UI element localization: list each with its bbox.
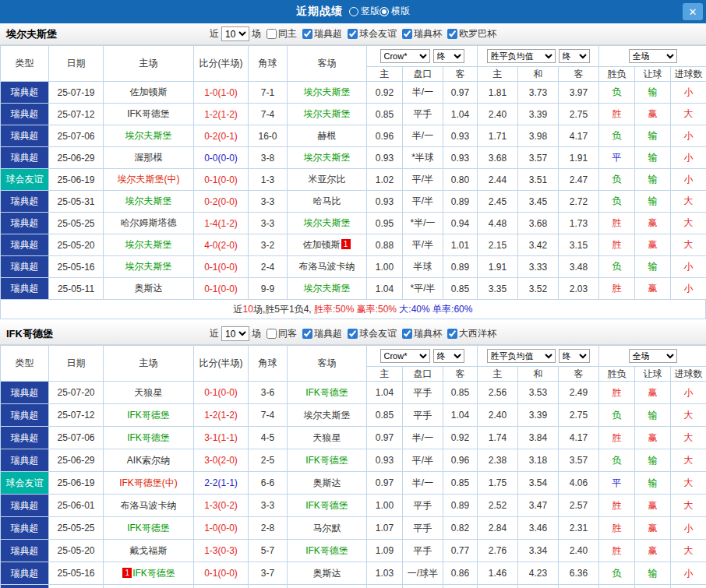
cell-home-team: 埃尔夫斯堡	[104, 234, 194, 256]
cell-score: 1-4(1-2)	[194, 213, 249, 234]
col-header-home: 主场	[104, 346, 194, 382]
europe-final-select[interactable]: 终	[559, 49, 590, 63]
team-text: 埃尔夫斯堡	[125, 261, 172, 272]
cell-asia-away-odds: 0.82	[443, 517, 478, 540]
cell-handicap-result: 输	[635, 449, 671, 472]
league-filter-1-checkbox[interactable]	[348, 29, 358, 39]
league-filter-3-checkbox[interactable]	[447, 329, 457, 339]
section-filterbar: 埃尔夫斯堡近10场同主瑞典超球会友谊瑞典杯欧罗巴杯	[0, 23, 706, 45]
cell-asia-away-odds: 0.85	[443, 382, 478, 404]
cell-europe-home-odds: 4.48	[478, 213, 518, 234]
cell-away-team: 埃尔夫斯堡	[288, 82, 367, 104]
cell-corners: 4-5	[249, 427, 288, 449]
scope-select[interactable]: 全场	[629, 49, 677, 63]
cell-corners: 7-4	[249, 104, 288, 125]
cell-date: 25-05-25	[49, 213, 104, 234]
league-filter-3[interactable]: 大西洋杯	[447, 327, 496, 340]
col-header-date: 日期	[49, 346, 104, 382]
league-filter-1[interactable]: 球会友谊	[348, 327, 397, 340]
cell-europe-draw-odds: 3.18	[518, 449, 559, 472]
cell-score: 3-1(1-1)	[194, 427, 249, 449]
league-filter-3-checkbox[interactable]	[447, 29, 457, 39]
games-label: 场	[252, 327, 261, 340]
cell-date: 25-05-13	[49, 585, 104, 588]
cell-handicap-result: 输	[635, 472, 671, 495]
summary-part: 单率:60%	[430, 303, 473, 316]
league-filter-0-checkbox[interactable]	[302, 29, 312, 39]
team-text: IFK哥德堡	[127, 410, 170, 421]
same-venue-filter-checkbox[interactable]	[267, 329, 277, 339]
cell-europe-away-odds: 1.91	[559, 147, 599, 169]
europe-avg-select[interactable]: 胜平负均值	[487, 49, 556, 63]
cell-result: 平	[599, 147, 635, 169]
asia-final-select[interactable]: 终	[433, 49, 464, 63]
cell-handicap-result: 赢	[635, 540, 671, 562]
league-filter-0[interactable]: 瑞典超	[302, 327, 342, 340]
cell-asia-away-odds: 0.94	[443, 213, 478, 234]
match-row: 瑞典超25-07-20天狼星0-1(0-0)3-6IFK哥德堡1.04平手0.8…	[1, 382, 706, 404]
team-text: 埃尔夫斯堡(中)	[118, 174, 180, 185]
league-filter-0-checkbox[interactable]	[302, 329, 312, 339]
league-filter-1-checkbox[interactable]	[348, 329, 358, 339]
same-venue-filter[interactable]: 同主	[267, 27, 297, 40]
asia-company-select[interactable]: Crow*	[380, 349, 430, 363]
cell-europe-away-odds: 3.48	[559, 256, 599, 278]
cell-asia-handicap: 半/一	[403, 125, 443, 147]
cell-europe-draw-odds: 3.73	[518, 82, 559, 104]
league-filter-2[interactable]: 瑞典杯	[402, 327, 442, 340]
asia-sub-header-0: 主	[367, 367, 403, 382]
same-venue-filter[interactable]: 同客	[267, 327, 297, 340]
cell-league-type: 瑞典超	[1, 449, 49, 472]
cell-goals-result: 小	[671, 278, 706, 300]
same-venue-filter-checkbox[interactable]	[267, 29, 277, 39]
cell-away-team: 埃尔夫斯堡	[288, 147, 367, 169]
league-filter-2[interactable]: 瑞典杯	[402, 27, 442, 40]
cell-europe-home-odds: 1.91	[478, 256, 518, 278]
league-filter-2-checkbox[interactable]	[402, 29, 412, 39]
cell-home-team: 埃尔夫斯堡	[104, 125, 194, 147]
cell-date: 25-07-20	[49, 382, 104, 404]
cell-asia-home-odds: 0.93	[367, 449, 403, 472]
cell-handicap-result: 输	[635, 256, 671, 278]
cell-date: 25-05-25	[49, 517, 104, 540]
match-row: 瑞典超25-06-29AIK索尔纳3-0(2-0)2-5IFK哥德堡0.93平/…	[1, 449, 706, 472]
cell-league-type: 瑞典超	[1, 234, 49, 256]
league-filter-2-checkbox[interactable]	[402, 329, 412, 339]
team-text: 天狼星	[135, 387, 163, 398]
cell-corners: 7-1	[249, 82, 288, 104]
europe-final-select[interactable]: 终	[559, 349, 590, 363]
summary-row: 近10场,胜5平1负4, 胜率:50% 赢率:50% 大:40% 单率:60%	[0, 300, 706, 319]
team-text: 埃尔夫斯堡	[125, 195, 172, 206]
layout-radio-0[interactable]: 竖版	[349, 5, 379, 18]
cell-asia-home-odds: 1.12	[367, 585, 403, 588]
close-button[interactable]: ✕	[683, 3, 703, 20]
league-filter-0[interactable]: 瑞典超	[302, 27, 342, 40]
cell-goals-result: 大	[671, 213, 706, 234]
match-row: 瑞典超25-06-01布洛马波卡纳1-3(0-2)3-3IFK哥德堡1.00平手…	[1, 495, 706, 517]
match-row: 瑞典超25-07-12IFK哥德堡1-2(1-2)7-4埃尔夫斯堡0.85平手1…	[1, 404, 706, 427]
cell-asia-home-odds: 1.07	[367, 517, 403, 540]
asia-final-select[interactable]: 终	[433, 349, 464, 363]
team-text: 埃尔夫斯堡	[304, 152, 351, 163]
layout-radio-1[interactable]: 横版	[379, 5, 410, 18]
cell-asia-home-odds: 1.04	[367, 382, 403, 404]
cell-score: 0-2(0-0)	[194, 191, 249, 213]
cell-europe-draw-odds: 3.42	[518, 234, 559, 256]
cell-europe-home-odds: 2.40	[478, 404, 518, 427]
cell-europe-home-odds: 2.56	[478, 382, 518, 404]
asia-sub-header-2: 客	[443, 367, 478, 382]
league-filter-3[interactable]: 欧罗巴杯	[447, 27, 496, 40]
cell-europe-away-odds: 1.73	[559, 213, 599, 234]
match-count-select[interactable]: 10	[221, 326, 249, 341]
match-count-select[interactable]: 10	[221, 26, 249, 41]
team-text: 天狼星	[313, 432, 341, 443]
asia-company-select[interactable]: Crow*	[380, 49, 430, 63]
europe-avg-select[interactable]: 胜平负均值	[487, 349, 556, 363]
cell-away-team: 天狼星	[288, 427, 367, 449]
team-text: IFK哥德堡	[305, 545, 348, 556]
league-filter-3-label: 欧罗巴杯	[459, 27, 496, 40]
scope-select[interactable]: 全场	[629, 349, 677, 363]
league-filter-1[interactable]: 球会友谊	[348, 27, 397, 40]
cell-date: 25-06-19	[49, 472, 104, 495]
cell-result: 负	[599, 562, 635, 585]
